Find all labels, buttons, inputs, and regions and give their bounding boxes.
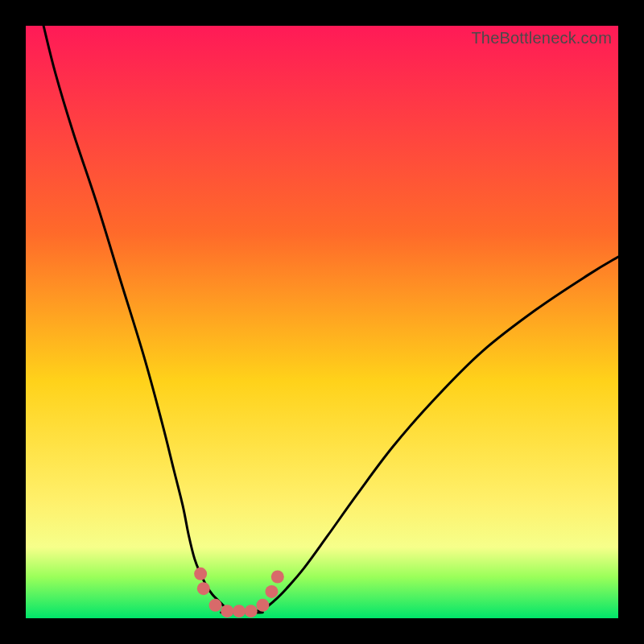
watermark-text: TheBottleneck.com [471, 29, 612, 47]
curve-marker [256, 599, 269, 612]
curve-marker [233, 605, 246, 617]
curve-marker [209, 599, 222, 612]
curve-marker [265, 585, 278, 598]
curve-marker [245, 605, 258, 617]
curve-marker [194, 568, 207, 580]
curve-marker [197, 582, 210, 595]
curve-marker [271, 570, 284, 583]
chart-svg [26, 26, 618, 618]
chart-frame: TheBottleneck.com [26, 26, 618, 618]
gradient-background [26, 26, 618, 618]
curve-marker [221, 605, 233, 617]
plot-area [26, 26, 618, 618]
